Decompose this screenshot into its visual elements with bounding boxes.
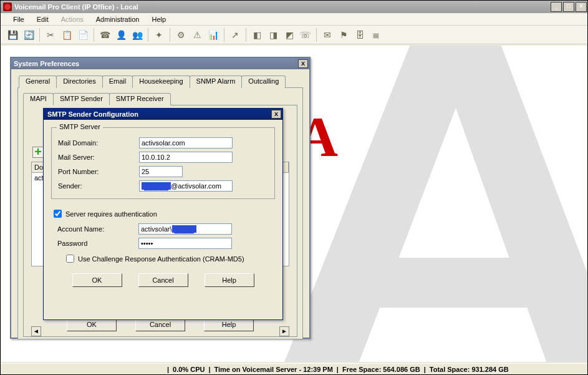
- toolbar-separator: [39, 28, 40, 42]
- prefs-titlebar: System Preferences X: [11, 58, 309, 69]
- smtp-close-button[interactable]: X: [271, 110, 281, 119]
- smtp-titlebar: SMTP Sender Configuration X: [44, 109, 282, 120]
- user-icon[interactable]: 👤: [114, 28, 128, 42]
- port-label: Port Number:: [58, 168, 139, 175]
- tab-general[interactable]: General: [19, 75, 57, 88]
- cram-label: Use Challenge Response Authentication (C…: [78, 255, 244, 263]
- sender-suffix: @activsolar.com: [171, 182, 221, 190]
- cut-icon[interactable]: ✂: [44, 28, 57, 42]
- minimize-button[interactable]: _: [551, 2, 562, 12]
- toolbar-separator: [170, 28, 170, 42]
- mail-domain-input[interactable]: [139, 137, 233, 149]
- account-label: Account Name:: [57, 225, 138, 233]
- background-logo: [263, 46, 587, 362]
- save-icon[interactable]: 💾: [6, 28, 19, 42]
- smtp-buttons: OK Cancel Help: [51, 273, 275, 287]
- smtp-cancel-button[interactable]: Cancel: [138, 273, 188, 287]
- prefs-tabs: General Directories Email Housekeeping S…: [19, 75, 303, 88]
- prefs-close-button[interactable]: X: [298, 59, 308, 68]
- users-icon[interactable]: 👥: [130, 28, 144, 42]
- phone2-icon[interactable]: ☏: [299, 28, 312, 42]
- copy-icon[interactable]: 📋: [60, 28, 74, 42]
- menu-file[interactable]: File: [7, 14, 31, 25]
- auth-checkbox[interactable]: [54, 210, 62, 218]
- toolbar-separator: [148, 28, 148, 42]
- mail-domain-label: Mail Domain:: [58, 139, 139, 147]
- account-prefix: activsolar\: [141, 225, 172, 233]
- statusbar: | 0.0% CPU | Time on Voicemail Server - …: [1, 363, 587, 374]
- gear-icon[interactable]: ⚙: [174, 28, 188, 42]
- subtab-smtp-receiver[interactable]: SMTP Receiver: [109, 93, 171, 105]
- module-icon[interactable]: ◩: [282, 28, 296, 42]
- tab-housekeeping[interactable]: Housekeeping: [132, 75, 190, 88]
- app-icon: [3, 2, 12, 11]
- account-input[interactable]: activsolar\ ████: [138, 223, 232, 235]
- menu-edit[interactable]: Edit: [31, 14, 55, 25]
- warning-icon[interactable]: ⚠: [190, 28, 204, 42]
- queue-icon[interactable]: ≣: [369, 28, 383, 42]
- status-time: Time on Voicemail Server - 12:39 PM: [214, 366, 333, 373]
- window-title: Voicemail Pro Client (IP Office) - Local: [14, 3, 550, 11]
- maximize-button[interactable]: □: [563, 2, 574, 12]
- tab-directories[interactable]: Directories: [56, 75, 103, 88]
- password-label: Password: [57, 240, 138, 247]
- auth-label: Server requires authentication: [65, 210, 157, 218]
- mail-server-input[interactable]: [139, 152, 233, 163]
- sync-icon[interactable]: 🔄: [22, 28, 36, 42]
- tab-email[interactable]: Email: [102, 75, 133, 88]
- db-icon[interactable]: 🗄: [353, 28, 367, 42]
- prefs-title-text: System Preferences: [14, 60, 298, 67]
- connector-icon[interactable]: ↗: [228, 28, 242, 42]
- tab-outcalling[interactable]: Outcalling: [241, 75, 286, 88]
- subtab-smtp-sender[interactable]: SMTP Sender: [53, 93, 110, 105]
- phone-icon[interactable]: ☎: [98, 28, 112, 42]
- toolbar-separator: [94, 28, 94, 42]
- toolbar-separator: [224, 28, 224, 42]
- subtab-mapi[interactable]: MAPI: [23, 93, 54, 105]
- close-button[interactable]: ×: [576, 2, 587, 12]
- menubar: File Edit Actions Administration Help: [1, 13, 587, 26]
- flag-icon[interactable]: ⚑: [337, 28, 350, 42]
- email-subtabs: MAPI SMTP Sender SMTP Receiver: [23, 93, 297, 105]
- mail-icon[interactable]: ✉: [321, 28, 334, 42]
- paste-icon[interactable]: 📄: [76, 28, 90, 42]
- tab-snmp-alarm[interactable]: SNMP Alarm: [190, 75, 243, 88]
- smtp-server-legend: SMTP Server: [57, 123, 103, 130]
- sender-label: Sender:: [58, 182, 139, 190]
- smtp-title-text: SMTP Sender Configuration: [47, 110, 271, 118]
- smtp-ok-button[interactable]: OK: [72, 273, 122, 287]
- status-total: Total Space: 931.284 GB: [430, 366, 509, 373]
- menu-actions: Actions: [55, 14, 90, 25]
- sender-redacted: █████: [142, 182, 171, 190]
- smtp-server-group: SMTP Server Mail Domain: Mail Server: Po…: [51, 127, 275, 199]
- account-redacted: ████: [172, 225, 196, 233]
- toolbar-separator: [246, 28, 246, 42]
- chart-icon[interactable]: 📊: [206, 28, 220, 42]
- smtp-body: SMTP Server Mail Domain: Mail Server: Po…: [44, 120, 282, 292]
- port-input[interactable]: [139, 166, 183, 177]
- module-icon[interactable]: ◨: [266, 28, 280, 42]
- mail-server-label: Mail Server:: [58, 153, 139, 161]
- smtp-config-dialog: SMTP Sender Configuration X SMTP Server …: [43, 108, 283, 320]
- star-icon[interactable]: ✦: [152, 28, 166, 42]
- toolbar: 💾 🔄 ✂ 📋 📄 ☎ 👤 👥 ✦ ⚙ ⚠ 📊 ↗ ◧ ◨ ◩ ☏ ✉ ⚑ 🗄 …: [1, 26, 587, 44]
- titlebar: Voicemail Pro Client (IP Office) - Local…: [1, 1, 587, 13]
- status-cpu: 0.0% CPU: [173, 366, 205, 373]
- menu-help[interactable]: Help: [145, 14, 172, 25]
- password-input[interactable]: [138, 238, 232, 249]
- toolbar-separator: [316, 28, 317, 42]
- add-server-button[interactable]: +: [32, 147, 44, 158]
- menu-administration[interactable]: Administration: [90, 14, 146, 25]
- smtp-help-button[interactable]: Help: [205, 273, 254, 287]
- sender-input[interactable]: █████ @activsolar.com: [139, 180, 233, 192]
- status-free: Free Space: 564.086 GB: [342, 366, 420, 373]
- module-icon[interactable]: ◧: [250, 28, 264, 42]
- cram-checkbox[interactable]: [66, 255, 74, 263]
